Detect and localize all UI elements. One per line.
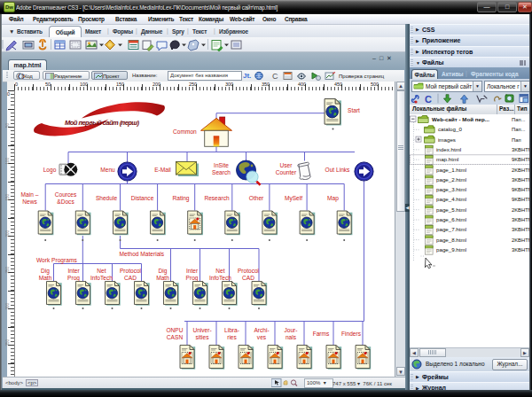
svg-text:Inter: Inter <box>67 268 80 274</box>
svg-text:page_9.html: page_9.html <box>436 245 466 252</box>
svg-text:images: images <box>438 136 456 142</box>
svg-text:Пап...: Пап... <box>512 127 526 132</box>
svg-text:Web-сайт - Мой пер...: Web-сайт - Мой пер... <box>432 116 489 122</box>
svg-text:Prog: Prog <box>67 275 80 282</box>
svg-text:3KB: 3KB <box>512 217 521 222</box>
svg-text:page_3.html: page_3.html <box>436 186 466 192</box>
svg-text:Other: Other <box>249 195 264 201</box>
svg-text:9KB: 9KB <box>512 187 521 192</box>
svg-text:3KB: 3KB <box>512 146 521 152</box>
svg-text:3KB: 3KB <box>512 246 521 252</box>
svg-text:page_1.html: page_1.html <box>436 166 466 172</box>
svg-text:3KB: 3KB <box>512 227 521 232</box>
svg-text:MySelf: MySelf <box>285 195 302 202</box>
svg-text:Logo: Logo <box>43 167 57 174</box>
svg-text:Protocol: Protocol <box>238 268 260 274</box>
svg-text:Menu: Menu <box>100 167 115 173</box>
svg-text:Dig: Dig <box>159 268 168 275</box>
svg-text:page_6.html: page_6.html <box>436 216 466 222</box>
svg-text:Проверка страниц: Проверка страниц <box>339 74 385 79</box>
svg-text:Finders: Finders <box>341 331 362 337</box>
svg-text:9KB: 9KB <box>512 157 521 162</box>
svg-text:E-Mail: E-Mail <box>154 167 171 173</box>
svg-text:catalog_0: catalog_0 <box>438 126 462 132</box>
svg-text:Libra-: Libra- <box>224 327 239 333</box>
svg-text:ONPU: ONPU <box>166 327 183 333</box>
svg-text:page_7.html: page_7.html <box>436 226 466 232</box>
svg-text:3KB: 3KB <box>512 176 521 182</box>
svg-text:Univer-: Univer- <box>192 327 211 333</box>
svg-text:Search: Search <box>212 169 231 175</box>
svg-text:Work Programs: Work Programs <box>36 257 77 264</box>
svg-text:Math: Math <box>39 275 52 281</box>
svg-text:C: C <box>272 72 278 81</box>
svg-text:&Docs: &Docs <box>57 198 74 205</box>
svg-text:CAD: CAD <box>242 275 254 281</box>
svg-text:News: News <box>22 198 37 205</box>
svg-text:InfoTech: InfoTech <box>90 275 113 281</box>
svg-text:InfoTech: InfoTech <box>209 275 231 281</box>
svg-text:Math: Math <box>156 275 169 281</box>
svg-text:sities: sities <box>195 334 209 340</box>
svg-text:page_5.html: page_5.html <box>436 206 466 212</box>
svg-text:Farms: Farms <box>313 331 330 337</box>
svg-text:Out Links: Out Links <box>325 167 351 173</box>
svg-text:Пап...: Пап... <box>512 117 526 122</box>
svg-text:Research: Research <box>204 195 230 201</box>
svg-text:Net: Net <box>215 268 224 274</box>
svg-text:index.html: index.html <box>436 145 461 152</box>
svg-text:Map: Map <box>327 195 339 202</box>
svg-text:C: C <box>425 93 432 104</box>
svg-text:2KB: 2KB <box>512 206 521 212</box>
svg-text:Protocol: Protocol <box>120 268 142 274</box>
svg-text:❮❯: ❮❯ <box>17 74 24 80</box>
svg-text:InSite: InSite <box>214 162 229 168</box>
svg-text:Shedule: Shedule <box>96 195 118 201</box>
svg-text:Archi-: Archi- <box>254 327 269 333</box>
svg-text:map.html: map.html <box>436 156 458 162</box>
svg-text:CASN: CASN <box>167 334 184 340</box>
svg-text:ves: ves <box>257 334 267 340</box>
svg-text:Cources: Cources <box>55 191 77 198</box>
svg-text:Net: Net <box>97 268 106 274</box>
svg-text:Start: Start <box>348 107 360 113</box>
svg-text:ries: ries <box>227 334 237 340</box>
svg-text:Inter: Inter <box>186 268 199 274</box>
svg-text:Distance: Distance <box>131 195 154 201</box>
svg-text:Method Materials: Method Materials <box>120 251 165 257</box>
svg-text:Prog: Prog <box>186 275 199 282</box>
svg-text:9KB: 9KB <box>512 197 521 202</box>
svg-text:page_4.html: page_4.html <box>436 196 466 202</box>
svg-text:Main –: Main – <box>21 191 39 198</box>
svg-text:2KB: 2KB <box>512 237 521 242</box>
svg-text:page_2.html: page_2.html <box>436 175 466 182</box>
svg-text:Jour-: Jour- <box>284 327 297 333</box>
svg-text:CAD: CAD <box>124 275 137 281</box>
svg-text:Пап: Пап <box>512 136 521 142</box>
svg-text:Dig: Dig <box>41 268 50 275</box>
svg-text:Jt.: Jt. <box>243 72 251 80</box>
svg-text:nals: nals <box>286 334 297 340</box>
svg-text:Rating: Rating <box>172 195 189 202</box>
svg-text:page_8.html: page_8.html <box>436 236 466 242</box>
svg-text:Common: Common <box>173 128 197 135</box>
svg-text:Мой первый сайт (перш): Мой первый сайт (перш) <box>65 119 140 127</box>
svg-text:Counter: Counter <box>276 169 297 175</box>
svg-text:User: User <box>280 162 293 168</box>
svg-text:2KB: 2KB <box>512 167 521 172</box>
